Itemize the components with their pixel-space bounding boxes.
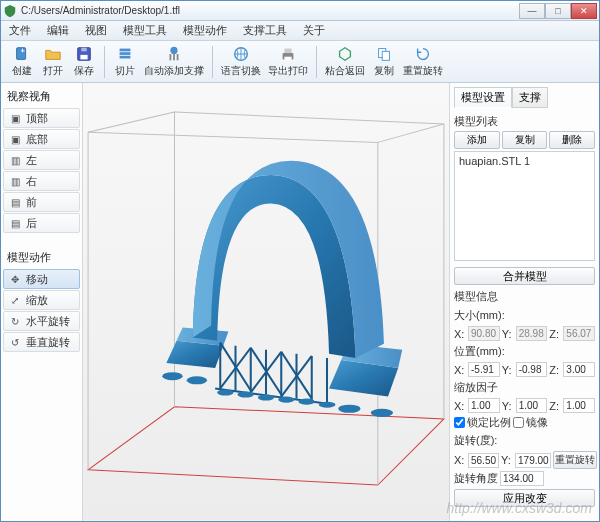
cube-left-icon: ▥ (8, 155, 22, 166)
model-info-label: 模型信息 (454, 289, 595, 304)
menu-model-actions[interactable]: 模型动作 (179, 21, 231, 40)
slice-button[interactable]: 切片 (110, 43, 140, 80)
left-panel: 视察视角 ▣顶部 ▣底部 ▥左 ▥右 ▤前 ▤后 模型动作 ✥移动 ⤢缩放 ↻水… (1, 83, 83, 521)
rot-y[interactable]: 179.00 (515, 453, 551, 468)
rot-angle[interactable]: 134.00 (500, 471, 544, 486)
svg-rect-16 (284, 57, 291, 61)
svg-point-9 (170, 47, 177, 54)
add-model-button[interactable]: 添加 (454, 131, 500, 149)
auto-support-button[interactable]: 自动添加支撑 (141, 43, 207, 80)
model-list[interactable]: huapian.STL 1 (454, 151, 595, 261)
svg-point-28 (338, 405, 360, 413)
view-left-button[interactable]: ▥左 (3, 150, 80, 170)
move-icon: ✥ (8, 274, 22, 285)
delete-model-button[interactable]: 删除 (549, 131, 595, 149)
size-y: 28.98 (516, 326, 548, 341)
apply-button[interactable]: 应用改变 (454, 489, 595, 507)
open-button[interactable]: 打开 (38, 43, 68, 80)
cube-right-icon: ▥ (8, 176, 22, 187)
window-title: C:/Users/Administrator/Desktop/1.tfl (21, 5, 519, 16)
menu-edit[interactable]: 编辑 (43, 21, 73, 40)
views-title: 视察视角 (3, 87, 80, 106)
model-list-item[interactable]: huapian.STL 1 (457, 154, 592, 168)
reset-rotation-button[interactable]: 重置旋转 (400, 43, 446, 80)
svg-rect-7 (120, 52, 131, 55)
svg-rect-19 (83, 83, 449, 520)
action-vrot-button[interactable]: ↺垂直旋转 (3, 332, 80, 352)
svg-rect-0 (17, 48, 26, 60)
cube-back-icon: ▤ (8, 218, 22, 229)
3d-viewport[interactable] (83, 83, 449, 521)
view-right-button[interactable]: ▥右 (3, 171, 80, 191)
maximize-button[interactable]: □ (545, 3, 571, 19)
right-panel: 模型设置 支撑 模型列表 添加 复制 删除 huapian.STL 1 合并模型… (449, 83, 599, 521)
rot-label: 旋转(度): (454, 433, 595, 448)
svg-point-23 (238, 391, 254, 397)
svg-point-26 (299, 399, 315, 405)
merge-model-button[interactable]: 合并模型 (454, 267, 595, 285)
close-button[interactable]: ✕ (571, 3, 597, 19)
action-move-button[interactable]: ✥移动 (3, 269, 80, 289)
copy-button[interactable]: 复制 (369, 43, 399, 80)
toolbar: 创建 打开 保存 切片 自动添加支撑 语言切换 导出打印 粘合返回 复制 重置旋… (1, 41, 599, 83)
menu-file[interactable]: 文件 (5, 21, 35, 40)
gluenav-button[interactable]: 粘合返回 (322, 43, 368, 80)
model-list-label: 模型列表 (454, 114, 595, 129)
language-button[interactable]: 语言切换 (218, 43, 264, 80)
menu-about[interactable]: 关于 (299, 21, 329, 40)
pos-label: 位置(mm): (454, 344, 595, 359)
scale-label: 缩放因子 (454, 380, 595, 395)
hrot-icon: ↻ (8, 316, 22, 327)
tab-model-settings[interactable]: 模型设置 (454, 87, 512, 108)
view-top-button[interactable]: ▣顶部 (3, 108, 80, 128)
size-label: 大小(mm): (454, 308, 595, 323)
view-front-button[interactable]: ▤前 (3, 192, 80, 212)
scale-icon: ⤢ (8, 295, 22, 306)
pos-x[interactable]: -5.91 (468, 362, 500, 377)
svg-point-21 (187, 376, 207, 384)
menu-support-tools[interactable]: 支撑工具 (239, 21, 291, 40)
menu-model-tools[interactable]: 模型工具 (119, 21, 171, 40)
cube-top-icon: ▣ (8, 113, 22, 124)
scale-z[interactable]: 1.00 (563, 398, 595, 413)
vrot-icon: ↺ (8, 337, 22, 348)
rot-angle-label: 旋转角度 (454, 471, 498, 486)
new-button[interactable]: 创建 (7, 43, 37, 80)
menu-view[interactable]: 视图 (81, 21, 111, 40)
svg-point-20 (162, 372, 182, 380)
window-controls: — □ ✕ (519, 3, 597, 19)
svg-rect-10 (170, 54, 172, 60)
app-icon (3, 4, 17, 18)
view-bottom-button[interactable]: ▣底部 (3, 129, 80, 149)
cube-front-icon: ▤ (8, 197, 22, 208)
view-back-button[interactable]: ▤后 (3, 213, 80, 233)
rot-x[interactable]: 56.50 (468, 453, 499, 468)
export-button[interactable]: 导出打印 (265, 43, 311, 80)
reset-rot-button[interactable]: 重置旋转 (553, 451, 597, 469)
app-window: C:/Users/Administrator/Desktop/1.tfl — □… (0, 0, 600, 522)
pos-y[interactable]: -0.98 (516, 362, 548, 377)
svg-point-25 (278, 397, 294, 403)
action-scale-button[interactable]: ⤢缩放 (3, 290, 80, 310)
action-hrot-button[interactable]: ↻水平旋转 (3, 311, 80, 331)
pos-z[interactable]: 3.00 (563, 362, 595, 377)
scene-render (83, 83, 449, 521)
svg-rect-15 (284, 49, 291, 54)
lock-ratio-checkbox[interactable]: 锁定比例 (454, 415, 511, 430)
cube-bottom-icon: ▣ (8, 134, 22, 145)
svg-point-22 (217, 389, 233, 395)
size-z: 56.07 (563, 326, 595, 341)
actions-title: 模型动作 (3, 248, 80, 267)
tab-support[interactable]: 支撑 (512, 87, 548, 108)
svg-rect-5 (81, 48, 86, 52)
scale-x[interactable]: 1.00 (468, 398, 500, 413)
svg-rect-18 (382, 51, 389, 60)
svg-point-24 (258, 395, 274, 401)
save-button[interactable]: 保存 (69, 43, 99, 80)
copy-model-button[interactable]: 复制 (502, 131, 548, 149)
mirror-checkbox[interactable]: 镜像 (513, 415, 548, 430)
titlebar: C:/Users/Administrator/Desktop/1.tfl — □… (1, 1, 599, 21)
minimize-button[interactable]: — (519, 3, 545, 19)
scale-y[interactable]: 1.00 (516, 398, 548, 413)
svg-point-29 (371, 409, 393, 417)
